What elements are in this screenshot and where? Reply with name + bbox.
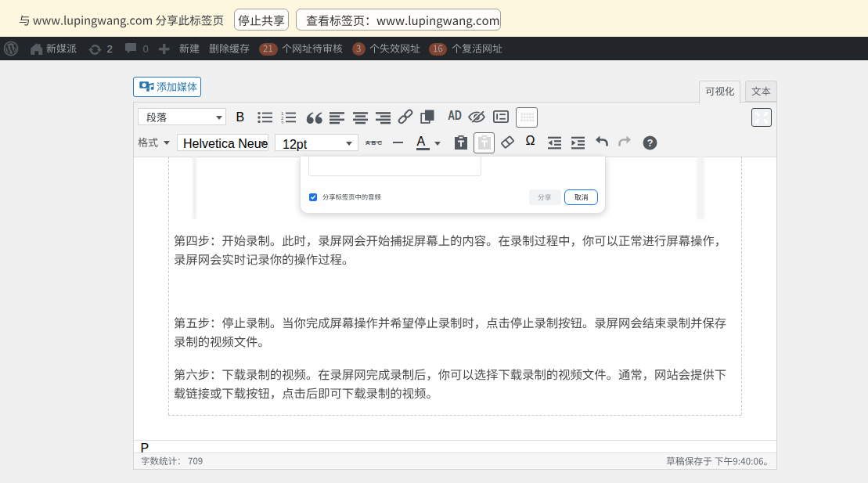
svg-text:AD: AD [448, 109, 462, 123]
svg-text:3: 3 [281, 120, 284, 124]
svg-text:ABC: ABC [366, 139, 382, 146]
svg-text:?: ? [646, 138, 653, 149]
